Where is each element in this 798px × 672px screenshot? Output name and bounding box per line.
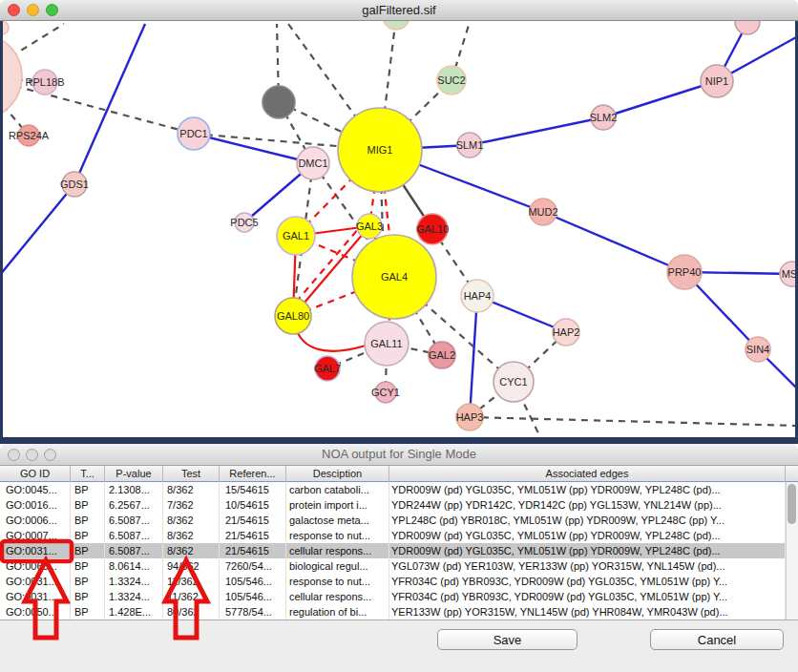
table-cell: 1.3324... — [105, 589, 163, 604]
table-cell: 11/362 — [163, 574, 220, 589]
table-row[interactable]: GO:0065...BP8.0614...94/3627260/54...bio… — [0, 558, 798, 574]
column-header-associated-edges[interactable]: Associated edges — [389, 466, 786, 482]
table-cell: YDR009W (pd) YGL035C, YML051W (pp) YDR00… — [389, 528, 786, 543]
network-node-label: GDS1 — [60, 178, 89, 190]
table-row[interactable]: GO:0050...BP1.428E...80/3625778/54...reg… — [0, 604, 798, 620]
network-node-label: HAP3 — [456, 411, 484, 423]
table-cell: 1.428E... — [105, 604, 163, 620]
table-cell: biological regul... — [286, 558, 389, 574]
table-cell: 2.1308... — [105, 482, 163, 497]
table-row[interactable]: GO:0016...BP6.2567...7/36210/54615protei… — [0, 497, 798, 513]
network-node-label: SLM1 — [456, 139, 484, 151]
network-node-label: PRP40 — [668, 266, 702, 278]
network-edge — [0, 184, 74, 275]
network-canvas[interactable]: RPL18BRPS24APDC1GDS1MIG1SUC2SLM1DMC1NIP1… — [0, 21, 798, 437]
network-node-label: SIN4 — [746, 344, 769, 355]
table-cell: 94/362 — [163, 558, 220, 574]
table-cell: YER133W (pp) YOR315W, YNL145W (pd) YHR08… — [389, 604, 786, 620]
table-cell: BP — [71, 513, 105, 528]
table-row[interactable]: GO:0031...BP1.3324...11/362105/546...res… — [0, 574, 798, 589]
table-cell: response to nut... — [286, 528, 389, 543]
table-cell: 80/362 — [163, 604, 220, 620]
network-edge — [470, 117, 603, 145]
table-cell: 21/54615 — [220, 513, 286, 528]
network-node-label: HAP2 — [553, 326, 580, 338]
table-cell: 11/362 — [163, 589, 220, 604]
network-node-pink-frag[interactable] — [735, 21, 760, 34]
table-cell: BP — [71, 574, 105, 589]
network-node-label: GAL80 — [277, 310, 309, 322]
table-cell: 8/362 — [163, 482, 220, 497]
table-cell: YDR009W (pd) YGL035C, YML051W (pp) YDR00… — [389, 543, 786, 558]
network-edge — [470, 417, 798, 426]
table-cell: YFR034C (pd) YBR093C, YDR009W (pd) YGL03… — [389, 589, 786, 604]
table-cell: 6.2567... — [105, 497, 163, 513]
table-cell: protein import i... — [286, 497, 389, 513]
table-cell: cellular respons... — [286, 543, 389, 558]
network-node-large-pink[interactable] — [0, 33, 22, 119]
network-edge — [194, 134, 313, 163]
table-cell: GO:0045... — [0, 482, 71, 497]
column-header-go-id[interactable]: GO ID — [0, 466, 71, 482]
table-cell: 21/54615 — [220, 543, 286, 558]
table-cell: GO:0031... — [0, 574, 71, 589]
column-header-desciption[interactable]: Desciption — [286, 466, 389, 482]
table-cell: YDR009W (pd) YGL035C, YML051W (pp) YDR00… — [389, 482, 786, 497]
table-cell: 5778/54... — [220, 604, 286, 620]
network-frame-bottom — [0, 437, 798, 444]
network-node-label: HAP4 — [464, 290, 492, 302]
table-cell: BP — [71, 543, 105, 558]
table-cell: BP — [71, 497, 105, 513]
table-cell: BP — [71, 604, 105, 620]
table-cell: GO:0016... — [0, 497, 71, 513]
table-cell: GO:0050... — [0, 604, 71, 620]
table-cell: YDR244W (pp) YDR142C, YDR142C (pp) YGL15… — [389, 497, 786, 513]
table-cell: 8/362 — [163, 513, 220, 528]
table-row[interactable]: GO:0006...BP6.5087...8/36221/54615galact… — [0, 513, 798, 528]
table-cell: BP — [71, 589, 105, 604]
table-cell: BP — [71, 482, 105, 497]
network-edge — [470, 296, 477, 417]
table-cell: 7/362 — [163, 497, 220, 513]
network-node-label: CYC1 — [499, 376, 527, 388]
table-cell: YFR034C (pd) YBR093C, YDR009W (pd) YGL03… — [389, 574, 786, 589]
table-cell: 8/362 — [163, 528, 220, 543]
network-window-title: galFiltered.sif — [0, 3, 798, 17]
table-cell: galactose meta... — [286, 513, 389, 528]
network-node-label: GAL7 — [314, 363, 341, 374]
network-edge — [543, 212, 684, 272]
scrollbar-thumb[interactable] — [788, 484, 796, 524]
network-graph: RPL18BRPS24APDC1GDS1MIG1SUC2SLM1DMC1NIP1… — [0, 21, 798, 437]
network-node-label: PDC1 — [179, 128, 207, 139]
table-cell: 1.3324... — [105, 574, 163, 589]
network-edge — [603, 81, 717, 117]
network-node-label: MUD2 — [528, 206, 557, 218]
table-row[interactable]: GO:0031...BP6.5087...8/36221/54615cellul… — [0, 543, 798, 558]
table-cell: GO:0007... — [0, 528, 71, 543]
table-cell: GO:0031... — [0, 589, 71, 604]
table-cell: 15/54615 — [220, 482, 286, 497]
table-cell: regulation of bi... — [286, 604, 389, 620]
network-node-label: GAL2 — [429, 349, 455, 361]
table-row[interactable]: GO:0031...BP1.3324...11/362105/546...cel… — [0, 589, 798, 604]
table-row[interactable]: GO:0045...BP2.1308...8/36215/54615carbon… — [0, 482, 798, 497]
table-cell: BP — [71, 558, 105, 574]
network-node-label: SLM2 — [590, 112, 618, 123]
table-header[interactable]: GO IDT...P-valueTestReferen...Desciption… — [0, 466, 798, 482]
table-row[interactable]: GO:0007...BP6.5087...8/36221/54615respon… — [0, 528, 798, 543]
table-cell: YPL248C (pd) YBR018C, YML051W (pp) YDR00… — [389, 513, 786, 528]
cancel-button[interactable]: Cancel — [650, 629, 784, 650]
column-header-p-value[interactable]: P-value — [105, 466, 163, 482]
column-header-t-[interactable]: T... — [71, 466, 105, 482]
network-node-label: NIP1 — [705, 75, 728, 87]
column-header-referen-[interactable]: Referen... — [220, 466, 286, 482]
network-node-label: GAL4 — [381, 271, 408, 283]
network-node-label: MIG1 — [368, 144, 393, 156]
network-frame-left — [0, 21, 3, 437]
column-header-test[interactable]: Test — [163, 466, 220, 482]
network-node-gray-node[interactable] — [262, 86, 295, 118]
network-node-green-frag[interactable] — [383, 21, 410, 30]
save-button[interactable]: Save — [437, 629, 578, 650]
table-cell: 21/54615 — [220, 528, 286, 543]
network-node-label: GAL3 — [356, 220, 383, 232]
